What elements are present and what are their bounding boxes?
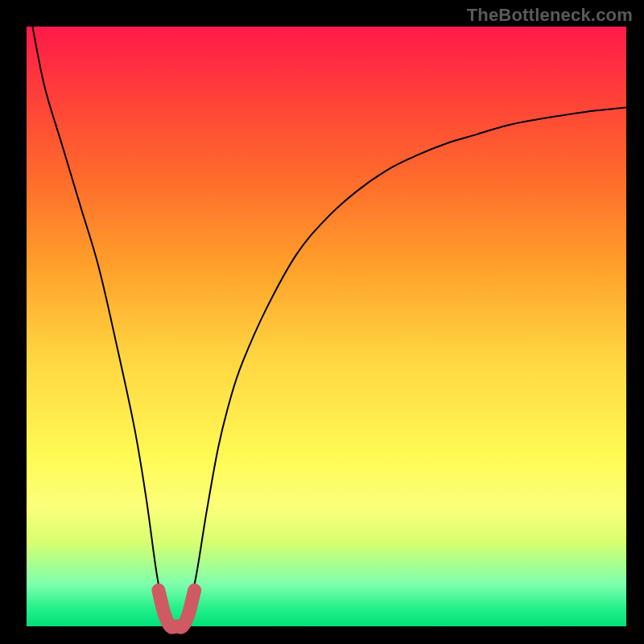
optimal-range-marker	[159, 590, 195, 627]
chart-frame: TheBottleneck.com	[0, 0, 644, 644]
bottleneck-curve	[32, 27, 626, 632]
chart-svg	[0, 0, 644, 644]
